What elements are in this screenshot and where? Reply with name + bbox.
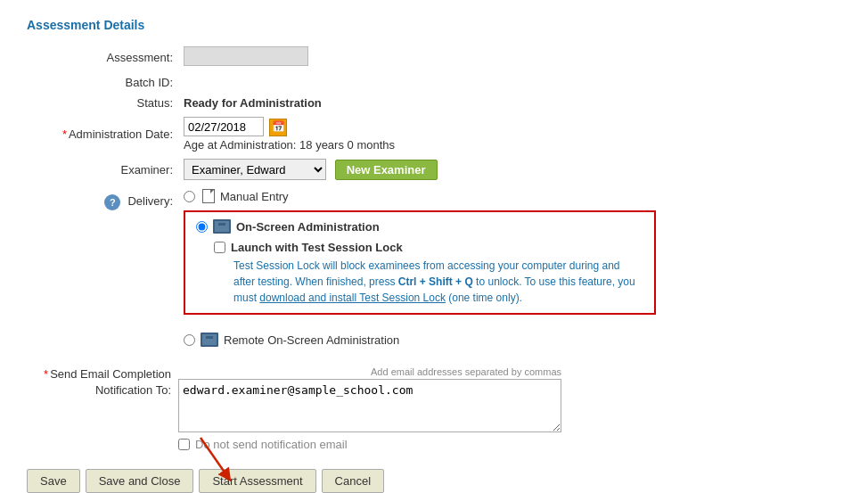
email-label: *Send Email Completion Notification To: (27, 366, 178, 399)
on-screen-radio[interactable] (196, 221, 208, 233)
assessment-value (184, 46, 308, 66)
on-screen-box: On-Screen Administration Launch with Tes… (184, 210, 656, 315)
examiner-row: Examiner: Examiner, Edward New Examiner (27, 155, 841, 184)
status-label: Status: (27, 93, 178, 113)
assessment-row: Assessment: (27, 43, 841, 72)
email-required-star: * (44, 367, 48, 381)
start-assessment-button[interactable]: Start Assessment (199, 469, 315, 493)
calendar-icon[interactable] (269, 119, 287, 136)
examiner-select[interactable]: Examiner, Edward (184, 159, 326, 180)
delivery-label: Delivery: (127, 194, 173, 208)
no-email-label: Do not send notification email (195, 438, 348, 451)
buttons-container: Save Save and Close Start Assessment Can… (27, 469, 841, 493)
section-title: Assessment Details (27, 18, 841, 32)
no-email-row: Do not send notification email (178, 438, 561, 451)
session-lock-label: Launch with Test Session Lock (231, 241, 403, 254)
remote-radio[interactable] (184, 334, 195, 346)
remote-label: Remote On-Screen Administration (224, 333, 399, 347)
delivery-row: ? Delivery: Manual Entry (27, 184, 841, 350)
no-email-checkbox[interactable] (178, 439, 190, 450)
admin-date-label: *Administration Date: (27, 113, 178, 155)
session-lock-link[interactable]: download and install Test Session Lock (259, 292, 446, 304)
session-lock-description: Test Session Lock will block examinees f… (233, 258, 643, 306)
help-icon[interactable]: ? (104, 194, 120, 210)
age-info: Age at Administration: 18 years 0 months (184, 138, 836, 152)
required-star: * (62, 127, 67, 141)
session-lock-section: Launch with Test Session Lock Test Sessi… (214, 241, 643, 306)
manual-entry-radio[interactable] (184, 191, 195, 202)
batch-id-label: Batch ID: (27, 72, 178, 93)
session-lock-key: Ctrl + Shift + Q (398, 275, 473, 288)
save-and-close-button[interactable]: Save and Close (86, 469, 194, 493)
new-examiner-button[interactable]: New Examiner (335, 160, 438, 180)
status-row: Status: Ready for Administration (27, 93, 841, 113)
remote-icon (201, 333, 218, 347)
cancel-button[interactable]: Cancel (322, 469, 384, 493)
manual-entry-option: Manual Entry (184, 189, 836, 203)
page-container: Assessment Details Assessment: Batch ID:… (27, 18, 841, 493)
assessment-label: Assessment: (27, 43, 178, 72)
batch-id-row: Batch ID: (27, 72, 841, 93)
email-content: Add email addresses separated by commas … (178, 366, 561, 451)
session-lock-checkbox[interactable] (214, 242, 225, 253)
email-hint: Add email addresses separated by commas (178, 366, 561, 377)
on-screen-label: On-Screen Administration (236, 220, 380, 234)
remote-option: Remote On-Screen Administration (184, 333, 836, 347)
manual-entry-label: Manual Entry (220, 190, 289, 203)
save-button[interactable]: Save (27, 469, 80, 493)
email-textarea[interactable]: edward.examiner@sample_school.com (178, 379, 561, 432)
assessment-form: Assessment: Batch ID: Status: Ready for … (27, 43, 841, 350)
email-section: *Send Email Completion Notification To: … (27, 366, 841, 451)
delivery-options: Manual Entry On-Screen Administration (184, 189, 836, 347)
admin-date-row: *Administration Date: Age at Administrat… (27, 113, 841, 155)
on-screen-title-row: On-Screen Administration (196, 219, 643, 234)
session-lock-label-row: Launch with Test Session Lock (214, 241, 643, 254)
examiner-label: Examiner: (27, 155, 178, 184)
admin-date-input[interactable] (184, 117, 264, 136)
on-screen-icon (213, 219, 231, 234)
action-buttons: Save Save and Close Start Assessment Can… (27, 469, 841, 493)
manual-entry-icon (202, 189, 215, 203)
status-value: Ready for Administration (184, 96, 322, 110)
